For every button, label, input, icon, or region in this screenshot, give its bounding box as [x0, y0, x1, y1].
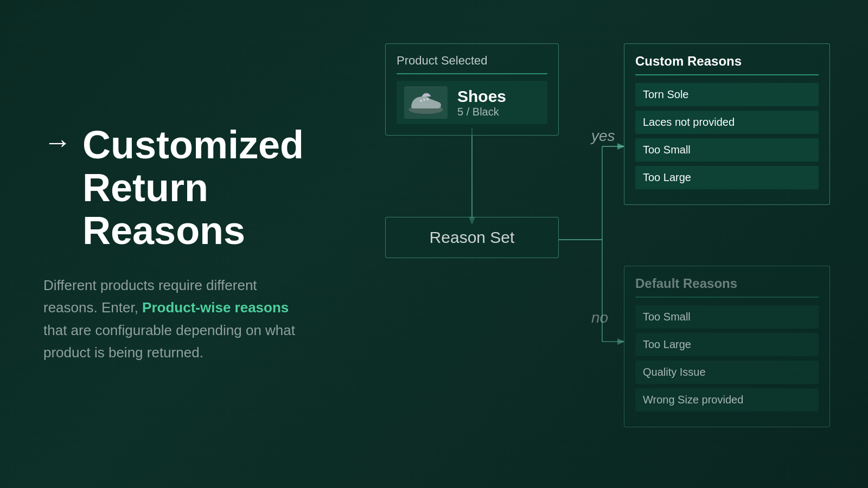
left-section: → Customized Return Reasons Different pr…: [0, 91, 336, 397]
custom-reason-item: Torn Sole: [635, 83, 819, 106]
main-title: Customized Return Reasons: [82, 124, 304, 253]
yes-label: yes: [591, 127, 615, 145]
reason-set-box: Reason Set: [385, 217, 559, 258]
product-info: Shoes 5 / Black: [457, 87, 506, 118]
svg-point-9: [420, 100, 422, 102]
svg-point-11: [426, 98, 429, 100]
product-name: Shoes: [457, 87, 506, 106]
product-detail: 5 / Black: [457, 106, 506, 118]
default-reasons-box: Default Reasons Too Small Too Large Qual…: [624, 266, 830, 427]
default-reasons-title: Default Reasons: [635, 276, 819, 298]
product-card: Shoes 5 / Black: [397, 81, 547, 124]
shoe-icon: [404, 86, 448, 119]
custom-reason-item: Too Small: [635, 138, 819, 162]
custom-reasons-title: Custom Reasons: [635, 54, 819, 75]
custom-reasons-list: Torn Sole Laces not provided Too Small T…: [635, 83, 819, 189]
diagram-wrapper: Product Selected: [358, 33, 846, 455]
default-reasons-list: Too Small Too Large Quality Issue Wrong …: [635, 305, 819, 412]
custom-reason-item: Laces not provided: [635, 111, 819, 134]
product-selected-box: Product Selected: [385, 43, 559, 136]
reason-set-label: Reason Set: [401, 228, 543, 247]
diagram-section: Product Selected: [336, 0, 868, 488]
custom-reason-item: Too Large: [635, 166, 819, 189]
default-reason-item: Too Small: [635, 305, 819, 329]
default-reason-item: Quality Issue: [635, 361, 819, 384]
product-selected-title: Product Selected: [397, 54, 547, 74]
title-block: → Customized Return Reasons: [43, 124, 304, 253]
default-reason-item: Wrong Size provided: [635, 388, 819, 412]
arrow-icon: →: [43, 128, 72, 156]
custom-reasons-box: Custom Reasons Torn Sole Laces not provi…: [624, 43, 830, 205]
svg-point-10: [423, 99, 425, 101]
description: Different products require different rea…: [43, 274, 304, 364]
default-reason-item: Too Large: [635, 333, 819, 356]
no-label: no: [591, 309, 608, 326]
